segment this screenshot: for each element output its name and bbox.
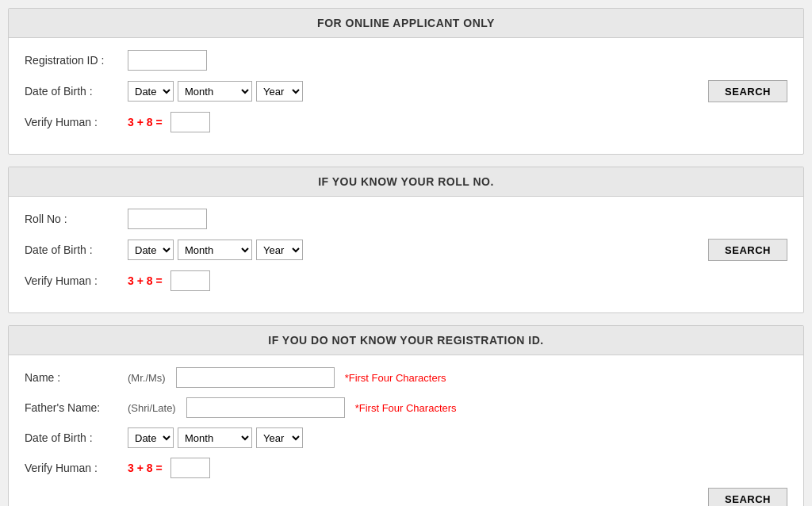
section3-verify-label: Verify Human :: [25, 462, 128, 474]
section2-year-select[interactable]: Year 1990199119921993 1994199519961997 1…: [256, 240, 303, 260]
section3-dob-controls: Date 12345 678910 1112131415 1617181920 …: [128, 427, 787, 448]
section1-dob-row: Date of Birth : Date 12345 678910 111213…: [25, 80, 787, 102]
father-prefix: (Shri/Late): [128, 402, 176, 414]
section1-header: FOR ONLINE APPLICANT ONLY: [9, 9, 803, 38]
section3-month-select[interactable]: Month JanuaryFebruaryMarch AprilMayJune …: [178, 427, 252, 448]
section1-date-select[interactable]: Date 12345 678910 1112131415 1617181920 …: [128, 81, 174, 102]
section1-verify-label: Verify Human :: [25, 116, 128, 128]
roll-no-controls: [128, 209, 787, 229]
roll-no-row: Roll No :: [25, 209, 787, 229]
section1-verify-controls: 3 + 8 =: [128, 112, 787, 132]
section1-dob-controls: Date 12345 678910 1112131415 1617181920 …: [128, 81, 708, 102]
section3-dob-row: Date of Birth : Date 12345 678910 111213…: [25, 427, 787, 448]
section3-search-row: SEARCH: [25, 488, 787, 506]
section-online-applicant: FOR ONLINE APPLICANT ONLY Registration I…: [8, 8, 804, 155]
section2-verify-row: Verify Human : 3 + 8 =: [25, 270, 787, 291]
section2-dob-row: Date of Birth : Date 12345 678910 111213…: [25, 239, 787, 261]
section3-verify-input[interactable]: [170, 458, 210, 478]
section2-verify-equation: 3 + 8 =: [128, 274, 163, 287]
section2-dob-controls: Date 12345 678910 1112131415 1617181920 …: [128, 240, 708, 260]
section3-verify-row: Verify Human : 3 + 8 =: [25, 458, 787, 478]
section3-date-select[interactable]: Date 12345 678910 1112131415 1617181920 …: [128, 427, 174, 448]
section1-month-select[interactable]: Month JanuaryFebruaryMarch AprilMayJune …: [178, 81, 252, 102]
name-controls: (Mr./Ms) *First Four Characters: [128, 367, 787, 388]
registration-id-label: Registration ID :: [25, 54, 128, 67]
roll-no-input[interactable]: [128, 209, 207, 229]
father-controls: (Shri/Late) *First Four Characters: [128, 397, 787, 418]
section1-verify-input[interactable]: [170, 112, 210, 132]
section3-dob-label: Date of Birth :: [25, 431, 128, 444]
section3-year-select[interactable]: Year 1990199119921993 1994199519961997 1…: [256, 427, 303, 448]
section1-search-area: SEARCH: [708, 80, 787, 102]
name-prefix: (Mr./Ms): [128, 372, 166, 384]
section2-verify-controls: 3 + 8 =: [128, 270, 787, 291]
section3-header: IF YOU DO NOT KNOW YOUR REGISTRATION ID.: [9, 326, 803, 355]
section1-verify-row: Verify Human : 3 + 8 =: [25, 112, 787, 132]
section3-verify-controls: 3 + 8 =: [128, 458, 787, 478]
section1-year-select[interactable]: Year 1990199119921993 1994199519961997 1…: [256, 81, 303, 102]
section2-dob-label: Date of Birth :: [25, 243, 128, 256]
father-input[interactable]: [186, 397, 345, 418]
name-row: Name : (Mr./Ms) *First Four Characters: [25, 367, 787, 388]
section3-search-button[interactable]: SEARCH: [708, 488, 787, 506]
section1-search-button[interactable]: SEARCH: [708, 80, 787, 102]
section2-verify-label: Verify Human :: [25, 274, 128, 287]
section2-date-select[interactable]: Date 12345 678910 1112131415 1617181920 …: [128, 240, 174, 260]
section2-month-select[interactable]: Month JanuaryFebruaryMarch AprilMayJune …: [178, 240, 252, 260]
name-input[interactable]: [176, 367, 335, 388]
section2-search-button[interactable]: SEARCH: [708, 239, 787, 261]
section2-verify-input[interactable]: [170, 270, 210, 291]
name-label: Name :: [25, 371, 128, 384]
registration-id-input[interactable]: [128, 50, 207, 71]
registration-id-row: Registration ID :: [25, 50, 787, 71]
roll-no-label: Roll No :: [25, 213, 128, 225]
section1-verify-equation: 3 + 8 =: [128, 116, 163, 128]
father-hint: *First Four Characters: [355, 402, 457, 414]
father-label: Father's Name:: [25, 401, 128, 414]
name-hint: *First Four Characters: [345, 372, 446, 384]
section2-search-area: SEARCH: [708, 239, 787, 261]
section2-header: IF YOU KNOW YOUR ROLL NO.: [9, 167, 803, 197]
father-name-row: Father's Name: (Shri/Late) *First Four C…: [25, 397, 787, 418]
section1-dob-label: Date of Birth :: [25, 85, 128, 98]
section3-verify-equation: 3 + 8 =: [128, 462, 163, 474]
registration-id-controls: [128, 50, 787, 71]
section-roll-no: IF YOU KNOW YOUR ROLL NO. Roll No : Date…: [8, 167, 804, 313]
section-no-registration: IF YOU DO NOT KNOW YOUR REGISTRATION ID.…: [8, 325, 804, 506]
